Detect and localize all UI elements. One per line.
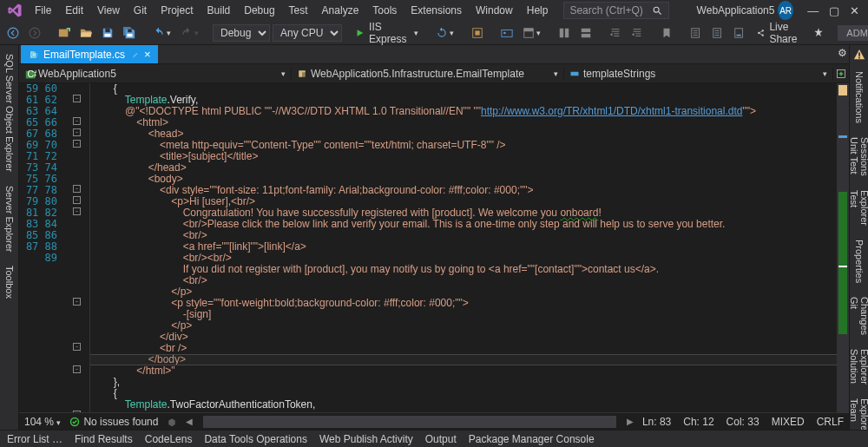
menu-view[interactable]: View xyxy=(90,2,127,19)
tb-indent-out[interactable] xyxy=(606,24,625,42)
indent-mode[interactable]: MIXED xyxy=(772,416,805,428)
margin-warning-icon[interactable] xyxy=(853,45,865,64)
open-button[interactable] xyxy=(76,24,95,42)
new-project-button[interactable] xyxy=(55,24,74,42)
right-tab-git-changes[interactable]: Git Changes xyxy=(847,290,869,342)
document-tab-bar: C# EmailTemplate.cs × ⚙ xyxy=(19,45,849,64)
save-all-button[interactable] xyxy=(120,24,139,42)
build-indicator-icon[interactable] xyxy=(167,417,177,427)
csharp-project-icon: C# xyxy=(24,69,35,79)
live-share-button[interactable]: Live Share xyxy=(752,19,806,47)
tb-indent-in[interactable] xyxy=(628,24,647,42)
undo-button[interactable]: ▾ xyxy=(149,24,174,42)
code-nav-bar: C# WebApplication5 ▾ WebApplication5.Inf… xyxy=(19,64,849,83)
svg-text:C#: C# xyxy=(31,50,38,59)
caret-line[interactable]: Ln: 83 xyxy=(642,416,671,428)
scroll-caret-marker xyxy=(838,266,847,267)
redo-button[interactable]: ▾ xyxy=(177,24,202,42)
nav-split-button[interactable] xyxy=(833,69,849,79)
left-tab-toolbox[interactable]: Toolbox xyxy=(3,259,16,306)
maximize-button[interactable]: ▢ xyxy=(825,4,844,17)
left-tab-sql-server-object-explorer[interactable]: SQL Server Object Explorer xyxy=(3,47,16,179)
minimize-button[interactable]: — xyxy=(804,4,823,17)
menu-edit[interactable]: Edit xyxy=(58,2,90,19)
status-find-results[interactable]: Find Results xyxy=(75,433,133,445)
run-button[interactable]: IIS Express ▾ xyxy=(352,18,422,48)
line-endings[interactable]: CRLF xyxy=(817,416,844,428)
tb-x3[interactable] xyxy=(730,24,749,42)
editor-bottom-bar: 104 % ▾ No issues found ◀ ▶ Ln: 83 Ch: 1… xyxy=(19,412,849,430)
close-window-button[interactable]: ✕ xyxy=(845,4,865,17)
menu-file[interactable]: File xyxy=(28,2,58,19)
svg-rect-24 xyxy=(571,71,579,76)
tb-x1[interactable] xyxy=(687,24,706,42)
menu-tools[interactable]: Tools xyxy=(365,2,404,19)
horizontal-scrollbar[interactable] xyxy=(203,416,615,428)
code-surface[interactable]: { Template.Verify, @"<!DOCTYPE html PUBL… xyxy=(90,83,849,412)
menu-debug[interactable]: Debug xyxy=(237,2,281,19)
class-icon xyxy=(297,69,307,79)
main-toolbar: ▾ ▾ Debug Any CPU IIS Express ▾ ▾ ▾ Live… xyxy=(0,21,868,45)
nav-type-dropdown[interactable]: WebApplication5.Infrastructure.EmailTemp… xyxy=(292,68,564,80)
svg-rect-15 xyxy=(582,28,591,31)
platform-dropdown[interactable]: Any CPU xyxy=(273,24,342,42)
caret-col[interactable]: Col: 33 xyxy=(727,416,760,428)
svg-rect-8 xyxy=(476,30,480,35)
right-tab-solution-explorer[interactable]: Solution Explorer xyxy=(847,342,869,391)
menu-git[interactable]: Git xyxy=(127,2,154,19)
fold-margin[interactable]: ----------- xyxy=(66,83,90,412)
nav-project-dropdown[interactable]: C# WebApplication5 ▾ xyxy=(19,68,292,80)
svg-rect-9 xyxy=(502,30,512,36)
right-tab-unit-test-sessions[interactable]: Unit Test Sessions xyxy=(847,130,869,183)
nav-forward-button[interactable] xyxy=(25,24,44,42)
menu-build[interactable]: Build xyxy=(201,2,238,19)
tabbar-options-icon[interactable]: ⚙ xyxy=(838,47,847,59)
tb-3[interactable]: ▾ xyxy=(519,24,544,42)
status-data-tools-operations[interactable]: Data Tools Operations xyxy=(204,433,307,445)
browser-refresh-button[interactable]: ▾ xyxy=(432,24,457,42)
admin-badge: ADMIN xyxy=(838,25,868,41)
status-error-list-[interactable]: Error List … xyxy=(7,433,62,445)
active-tab[interactable]: C# EmailTemplate.cs × xyxy=(21,45,158,63)
menu-analyze[interactable]: Analyze xyxy=(315,2,366,19)
global-search[interactable]: Search (Ctrl+Q) xyxy=(563,2,668,19)
status-output[interactable]: Output xyxy=(425,433,457,445)
issues-indicator[interactable]: No issues found xyxy=(69,416,158,428)
tb-1[interactable] xyxy=(468,24,487,42)
svg-text:C#: C# xyxy=(28,69,37,79)
menu-help[interactable]: Help xyxy=(520,2,556,19)
user-avatar[interactable]: AR xyxy=(778,1,792,20)
left-tab-server-explorer[interactable]: Server Explorer xyxy=(3,179,16,259)
menu-project[interactable]: Project xyxy=(154,2,200,19)
save-button[interactable] xyxy=(98,24,117,42)
code-editor[interactable]: 59 60 61 62 63 64 65 66 67 68 69 70 71 7… xyxy=(19,83,849,412)
status-codelens[interactable]: CodeLens xyxy=(145,433,193,445)
menu-test[interactable]: Test xyxy=(282,2,315,19)
status-package-manager-console[interactable]: Package Manager Console xyxy=(469,433,595,445)
zoom-dropdown[interactable]: 104 % ▾ xyxy=(24,416,61,428)
tab-pin-icon[interactable] xyxy=(130,50,139,59)
tb-x2[interactable] xyxy=(708,24,727,42)
nav-back-button[interactable] xyxy=(3,24,23,42)
right-tab-notifications[interactable]: Notifications xyxy=(852,64,866,130)
scroll-marker-warning xyxy=(838,85,847,95)
config-dropdown[interactable]: Debug xyxy=(213,24,270,42)
menu-window[interactable]: Window xyxy=(469,2,520,19)
tb-bookmark[interactable] xyxy=(657,24,676,42)
caret-char[interactable]: Ch: 12 xyxy=(683,416,713,428)
svg-rect-28 xyxy=(858,57,860,59)
right-tab-properties[interactable]: Properties xyxy=(852,233,866,290)
menu-extensions[interactable]: Extensions xyxy=(404,2,469,19)
tab-close-button[interactable]: × xyxy=(144,48,151,61)
tb-4[interactable] xyxy=(555,24,574,42)
feedback-button[interactable] xyxy=(809,24,828,42)
tb-2[interactable] xyxy=(497,24,516,42)
field-icon xyxy=(569,69,580,79)
right-tab-test-explorer[interactable]: Test Explorer xyxy=(847,183,869,233)
right-tab-team-explorer[interactable]: Team Explorer xyxy=(847,391,869,430)
nav-member-dropdown[interactable]: templateStrings ▾ xyxy=(564,68,833,80)
tb-5[interactable] xyxy=(576,24,595,42)
vertical-scrollbar[interactable] xyxy=(837,83,849,412)
status-web-publish-activity[interactable]: Web Publish Activity xyxy=(319,433,413,445)
svg-rect-3 xyxy=(105,28,109,31)
